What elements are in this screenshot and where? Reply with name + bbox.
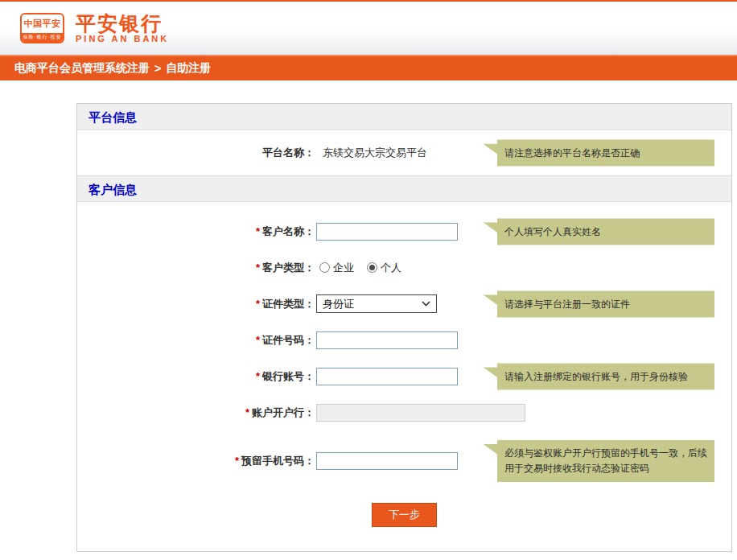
id-number-label: 证件号码： [262,334,315,346]
bank-header: 中国平安 保险·银行·投资 平安银行 PING AN BANK [0,2,737,55]
reserved-mobile-row: *预留手机号码： 必须与鉴权账户开户行预留的手机号一致，后续用于交易时接收我行动… [77,443,731,479]
id-number-input[interactable] [316,331,458,349]
section-title-customer: 客户信息 [77,175,731,202]
customer-name-tooltip: 个人填写个人真实姓名 [497,218,714,245]
reserved-mobile-tooltip: 必须与鉴权账户开户行预留的手机号一致，后续用于交易时接收我行动态验证密码 [497,440,714,482]
account-bank-label: 账户开户行： [252,406,315,418]
account-bank-row: *账户开户行： [77,394,731,430]
customer-type-row: *客户类型： 企业 个人 [77,249,731,286]
id-type-select[interactable]: 身份证 [316,294,437,313]
radio-circle-icon[interactable] [319,262,330,273]
bank-account-label: 银行账号： [262,370,315,382]
id-type-tooltip: 请选择与平台注册一致的证件 [497,290,714,317]
id-number-row: *证件号码： [77,322,731,358]
customer-type-label: 客户类型： [262,261,315,274]
actions-row: 下一步 [77,503,731,527]
bank-name-block: 平安银行 PING AN BANK [76,13,169,43]
id-type-row: *证件类型： 身份证 请选择与平台注册一致的证件 [77,286,731,322]
next-step-button[interactable]: 下一步 [372,503,437,527]
reserved-mobile-input[interactable] [316,452,458,470]
required-asterisk: * [256,225,260,237]
reserved-mobile-label: 预留手机号码： [241,455,315,467]
bank-account-row: *银行账号： 请输入注册绑定的银行账号，用于身份核验 [77,358,731,394]
bank-account-tooltip: 请输入注册绑定的银行账号，用于身份核验 [497,363,714,389]
account-bank-input [316,404,525,422]
platform-name-label: 平台名称： [77,146,315,160]
required-asterisk: * [256,298,260,310]
breadcrumb-root[interactable]: 电商平台会员管理系统注册 [14,61,150,76]
customer-name-row: *客户名称： 个人填写个人真实姓名 [77,213,731,249]
tooltip-tail-icon [483,222,497,233]
platform-name-tooltip: 请注意选择的平台名称是否正确 [497,140,714,167]
bank-account-input[interactable] [316,368,458,385]
tooltip-tail-icon [483,444,497,455]
required-asterisk: * [245,406,249,418]
registration-form-panel: 平台信息 平台名称： 东镁交易大宗交易平台 请注意选择的平台名称是否正确 客户信… [76,103,732,552]
required-asterisk: * [235,455,239,467]
radio-enterprise[interactable]: 企业 [319,261,354,275]
radio-enterprise-label: 企业 [333,261,354,275]
tooltip-tail-icon [483,294,497,305]
required-asterisk: * [256,370,260,382]
radio-individual-label: 个人 [381,261,401,275]
platform-name-row: 平台名称： 东镁交易大宗交易平台 请注意选择的平台名称是否正确 [77,130,731,175]
platform-name-value: 东镁交易大宗交易平台 [323,146,427,160]
id-type-label: 证件类型： [262,298,315,310]
customer-name-label: 客户名称： [262,225,315,237]
required-asterisk: * [256,261,260,274]
bank-name-en: PING AN BANK [76,34,169,43]
chevron-down-icon [422,301,430,307]
breadcrumb: 电商平台会员管理系统注册 > 自助注册 [0,55,737,80]
radio-individual[interactable]: 个人 [367,261,401,275]
breadcrumb-separator: > [154,62,161,75]
customer-type-radio-group: 企业 个人 [319,261,401,275]
bank-name-cn: 平安银行 [76,13,169,34]
required-asterisk: * [256,334,260,346]
breadcrumb-current: 自助注册 [166,61,211,76]
section-title-platform: 平台信息 [77,104,731,130]
logo-badge-text: 中国平安 [22,14,63,33]
customer-name-input[interactable] [316,223,458,241]
radio-circle-icon[interactable] [367,262,377,273]
pingan-logo-badge: 中国平安 保险·银行·投资 [20,13,64,43]
tooltip-tail-icon [483,367,497,377]
tooltip-tail-icon [483,144,497,154]
logo-badge-tagline: 保险·银行·投资 [22,33,63,42]
id-type-selected-value: 身份证 [323,297,354,311]
